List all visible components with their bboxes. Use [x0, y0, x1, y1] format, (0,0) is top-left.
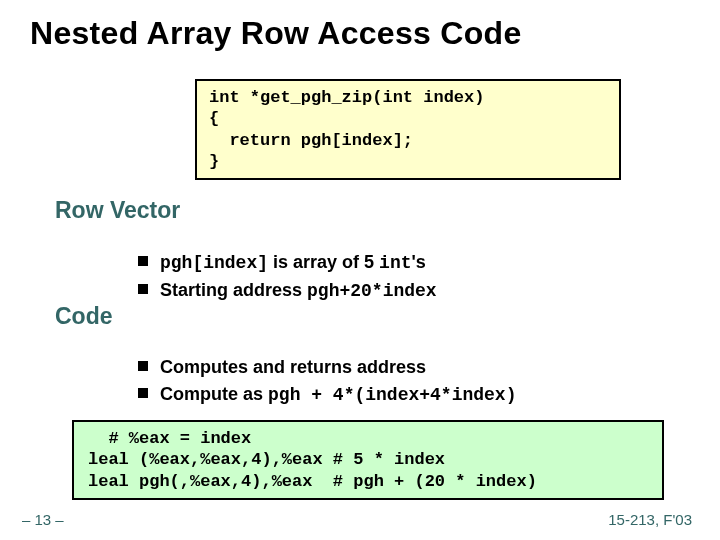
- text: Computes and returns address: [160, 357, 426, 377]
- list-item: pgh[index] is array of 5 int's: [138, 249, 437, 277]
- text: Starting address: [160, 280, 307, 300]
- footer-course-id: 15-213, F'03: [608, 511, 692, 528]
- list-item: Starting address pgh+20*index: [138, 277, 437, 305]
- bullet-list-row-vector: pgh[index] is array of 5 int's Starting …: [98, 249, 437, 305]
- list-item: Compute as pgh + 4*(index+4*index): [138, 381, 516, 409]
- code-inline: pgh+20*index: [307, 281, 437, 301]
- code-inline: int: [379, 253, 411, 273]
- code-inline: pgh + 4*(index+4*index): [268, 385, 516, 405]
- code-box-asm: # %eax = index leal (%eax,%eax,4),%eax #…: [72, 420, 664, 500]
- slide: Nested Array Row Access Code int *get_pg…: [0, 0, 720, 540]
- slide-title: Nested Array Row Access Code: [0, 0, 720, 52]
- text: Compute as: [160, 384, 268, 404]
- code-box-c: int *get_pgh_zip(int index) { return pgh…: [195, 79, 621, 180]
- bullet-list-code: Computes and returns address Compute as …: [98, 354, 516, 409]
- list-item: Computes and returns address: [138, 354, 516, 381]
- text: 's: [412, 252, 426, 272]
- footer-page-number: – 13 –: [22, 511, 64, 528]
- text: is array of 5: [268, 252, 379, 272]
- code-inline: pgh[index]: [160, 253, 268, 273]
- section-heading-code: Code: [55, 303, 113, 330]
- section-heading-row-vector: Row Vector: [55, 197, 180, 224]
